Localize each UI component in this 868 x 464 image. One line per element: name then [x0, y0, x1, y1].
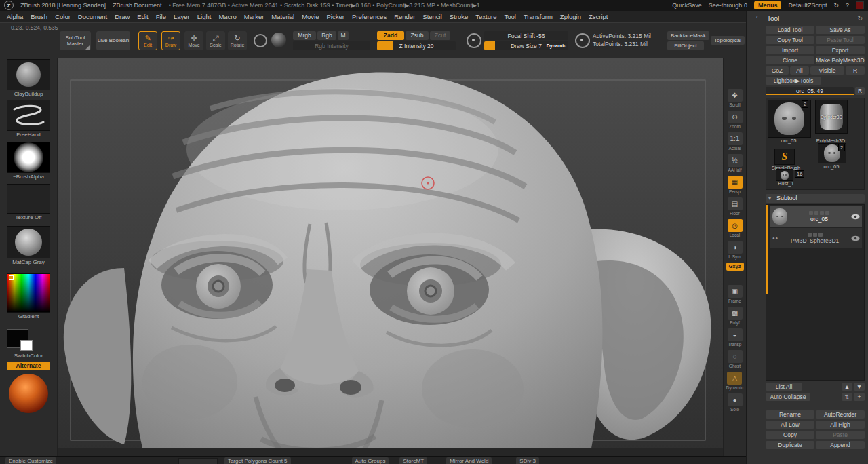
menu-item[interactable]: Render [394, 13, 415, 20]
append-button[interactable]: Append [816, 441, 865, 449]
menu-item[interactable]: File [156, 13, 166, 20]
see-through-slider[interactable]: See-through 0 [709, 2, 747, 9]
color-swatches[interactable]: SwitchColor [7, 329, 50, 359]
bottom-slider-stub[interactable] [178, 458, 218, 464]
target-polygons-slider[interactable]: Target Polygons Count 5 [224, 457, 291, 464]
local-transform-icon[interactable]: ◎ [728, 219, 743, 232]
simplebrush-thumbnail[interactable]: S [774, 149, 795, 165]
all-low-button[interactable]: All Low [766, 421, 814, 429]
menu-item[interactable]: Macro [218, 13, 236, 20]
color-picker[interactable]: Gradient [7, 273, 50, 320]
save-as-button[interactable]: Save As [816, 26, 865, 34]
menu-item[interactable]: Picker [327, 13, 344, 20]
menu-item[interactable]: Zscript [589, 13, 608, 20]
bust1-thumbnail[interactable] [776, 169, 793, 181]
topological-button[interactable]: Topological [711, 36, 745, 45]
canvas-scroll-strip[interactable] [58, 448, 723, 456]
move-button[interactable]: ✛ Move [184, 31, 203, 50]
lsym-button[interactable]: ◑ L.Sym [728, 241, 743, 259]
floor-grid-icon[interactable]: ▤ [728, 197, 743, 210]
scale-button[interactable]: ⤢ Scale [206, 31, 225, 50]
rename-button[interactable]: Rename [766, 410, 814, 419]
polyframe-button[interactable]: ▩ Polyf [728, 307, 743, 325]
duplicate-button[interactable]: Duplicate [766, 441, 814, 449]
stroke-thumbnail[interactable] [7, 100, 50, 131]
dynamic-button[interactable]: △ Dynamic [726, 372, 743, 390]
panel-refresh-icon[interactable]: ↻ [857, 15, 863, 22]
make-polymesh3d-button[interactable]: Make PolyMesh3D [816, 56, 865, 64]
frame-button[interactable]: ▣ Frame [728, 285, 743, 303]
menu-item[interactable]: Alpha [7, 13, 23, 20]
z-intensity-slider[interactable]: Z Intensity 20 [377, 41, 456, 50]
mrgb-button[interactable]: Mrgb [293, 31, 316, 40]
actual-size-icon[interactable]: 1:1 [728, 132, 743, 145]
menu-item[interactable]: Draw [115, 13, 130, 20]
menu-item[interactable]: Marker [244, 13, 264, 20]
menu-item[interactable]: Preferences [352, 13, 387, 20]
help-icon[interactable]: ? [846, 2, 849, 9]
ghost-icon[interactable]: ◌ [728, 350, 743, 363]
auto-groups-button[interactable]: Auto Groups [352, 457, 389, 464]
texture-thumbnail[interactable] [7, 184, 50, 214]
export-button[interactable]: Export [816, 46, 865, 54]
zoom-icon[interactable]: ⊙ [728, 111, 743, 123]
polyframe-icon[interactable]: ▩ [728, 307, 743, 320]
actual-button[interactable]: 1:1 Actual [728, 132, 743, 151]
subtool-down-button[interactable]: ▼ [854, 383, 865, 391]
alpha-thumbnail[interactable] [7, 142, 50, 173]
enable-customize-button[interactable]: Enable Customize [5, 457, 56, 464]
draw-button[interactable]: ✑ Draw [161, 31, 180, 50]
rotate-button[interactable]: ↻ Rotate [228, 31, 247, 50]
menus-button[interactable]: Menus [754, 1, 782, 9]
fill-object-button[interactable]: FillObject [667, 41, 704, 50]
eye-icon[interactable] [851, 214, 860, 220]
quicksave-button[interactable]: QuickSave [672, 2, 702, 9]
aahalf-button[interactable]: ½ AAHalf [728, 154, 743, 172]
alternate-control[interactable]: Alternate [7, 362, 50, 370]
transp-button[interactable]: ◒ Transp [728, 328, 743, 347]
rgb-button[interactable]: Rgb [317, 31, 336, 40]
panel-collapse-icon[interactable]: ‹ [756, 14, 758, 20]
subtool-scroll-indicator[interactable] [766, 205, 768, 294]
subtool-header[interactable]: ▾ Subtool [766, 194, 865, 203]
menu-item[interactable]: Layer [174, 13, 190, 20]
subtool-item-pm3d-sphere[interactable]: ●● PM3D_Sphere3D1 [770, 228, 862, 248]
menu-item[interactable]: Stencil [422, 13, 442, 20]
alpha-selector[interactable]: ~BrushAlpha [7, 142, 50, 180]
focal-shift-slider[interactable]: Focal Shift -56 [484, 31, 568, 40]
zadd-button[interactable]: Zadd [377, 31, 404, 40]
material-sphere[interactable] [9, 374, 52, 413]
local-symmetry-icon[interactable]: ◑ [728, 241, 743, 254]
secondary-color-swatch[interactable] [20, 340, 33, 351]
texture-selector[interactable]: Texture Off [7, 184, 50, 220]
menu-item[interactable]: Texture [475, 13, 496, 20]
red-material-sphere-icon[interactable] [9, 374, 48, 413]
auto-reorder-button[interactable]: AutoReorder [816, 410, 865, 419]
focal-shift-knob[interactable] [467, 33, 481, 48]
subtool-master-button[interactable]: SubTool Master [60, 31, 91, 50]
backface-mask-button[interactable]: BackfaceMask [667, 31, 709, 40]
copy-tool-button[interactable]: Copy Tool [766, 36, 814, 44]
gxyz-chip[interactable]: Gxyz [726, 263, 744, 271]
edit-button[interactable]: ✎ Edit [138, 31, 157, 50]
perspective-icon[interactable]: ▦ [728, 176, 743, 189]
default-zscript-button[interactable]: DefaultZScript [788, 2, 827, 9]
brush-selector[interactable]: ClayBuildup [7, 59, 50, 97]
import-button[interactable]: Import [766, 46, 814, 54]
ghost-button[interactable]: ◌ Ghost [728, 350, 743, 368]
mirror-and-weld-button[interactable]: Mirror And Weld [446, 457, 492, 464]
subtool-add-button[interactable]: + [854, 393, 865, 401]
brush-thumbnail[interactable] [7, 59, 50, 90]
floor-button[interactable]: ▤ Floor [728, 197, 743, 216]
rgb-intensity-slider[interactable]: Rgb Intensity [293, 41, 370, 50]
menu-item[interactable]: Transform [524, 13, 553, 20]
subtool-item-orc05[interactable]: orc_05 [770, 206, 862, 227]
local-button[interactable]: ◎ Local [728, 219, 743, 237]
aahalf-icon[interactable]: ½ [728, 154, 743, 167]
storemt-button[interactable]: StoreMT [399, 457, 427, 464]
m-button[interactable]: M [338, 31, 349, 40]
lightbox-tools-button[interactable]: Lightbox▶Tools [766, 77, 821, 85]
persp-button[interactable]: ▦ Persp [728, 176, 743, 194]
stroke-selector[interactable]: FreeHand [7, 100, 50, 138]
document-canvas[interactable] [58, 58, 723, 456]
